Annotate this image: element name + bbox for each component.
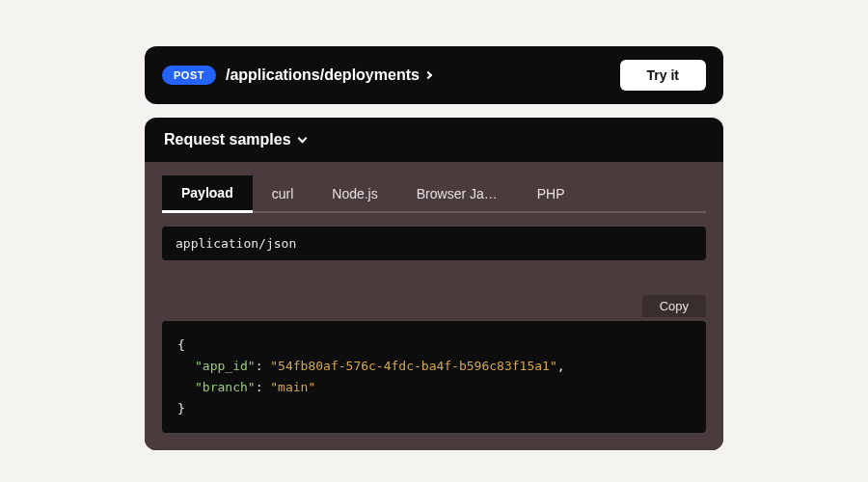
payload-line-2: "branch": "main" <box>177 377 691 398</box>
payload-line-1: "app_id": "54fb80af-576c-4fdc-ba4f-b596c… <box>177 356 691 377</box>
request-samples-title: Request samples <box>164 131 291 148</box>
endpoint-bar: POST /applications/deployments Try it <box>145 46 723 104</box>
payload-code-block: { "app_id": "54fb80af-576c-4fdc-ba4f-b59… <box>162 321 706 433</box>
tab-payload[interactable]: Payload <box>162 175 253 213</box>
request-samples-panel: Request samples Payload curl Node.js Bro… <box>145 118 723 450</box>
request-samples-header[interactable]: Request samples <box>145 118 723 162</box>
endpoint-path[interactable]: /applications/deployments <box>226 67 610 84</box>
try-it-button[interactable]: Try it <box>620 60 706 91</box>
copy-button[interactable]: Copy <box>642 295 706 317</box>
tab-php[interactable]: PHP <box>518 175 584 211</box>
request-samples-body: Payload curl Node.js Browser Jav… PHP ap… <box>145 162 723 450</box>
chevron-down-icon <box>297 134 307 144</box>
copy-row: Copy <box>162 295 706 317</box>
sample-tabs: Payload curl Node.js Browser Jav… PHP <box>162 175 706 213</box>
content-type-display[interactable]: application/json <box>162 227 706 260</box>
tab-browser-js[interactable]: Browser Jav… <box>397 175 518 211</box>
endpoint-path-text: /applications/deployments <box>226 67 420 84</box>
http-method-badge: POST <box>162 66 216 85</box>
brace-close: } <box>177 401 185 415</box>
brace-open: { <box>177 337 185 352</box>
tab-nodejs[interactable]: Node.js <box>312 175 396 211</box>
tab-curl[interactable]: curl <box>253 175 313 211</box>
chevron-right-icon <box>424 71 432 79</box>
